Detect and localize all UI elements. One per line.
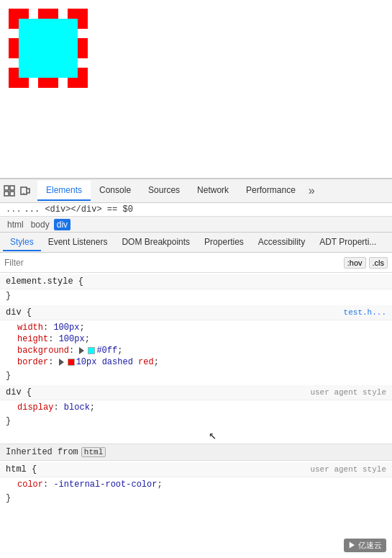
background-color-swatch[interactable] xyxy=(88,347,95,354)
filter-input[interactable] xyxy=(4,258,344,268)
inherited-from-label: Inherited from xyxy=(6,447,78,457)
breadcrumb: html body div xyxy=(0,217,392,233)
prop-color: color : -internal-root-color ; xyxy=(17,479,386,490)
svg-rect-2 xyxy=(4,192,9,196)
div-rule-1: div { test.h... width : 100px ; height :… xyxy=(0,304,392,384)
div-rule-2: div { user agent style display : block ;… xyxy=(0,384,392,429)
devtools-panel: Elements Console Sources Network Perform… xyxy=(0,179,392,558)
styles-subtabs: Styles Event Listeners DOM Breakpoints P… xyxy=(0,233,392,253)
tab-elements[interactable]: Elements xyxy=(37,181,91,201)
dom-node: ... <div></div> == $0 xyxy=(24,204,133,215)
inherited-from-tag: html xyxy=(81,447,106,457)
subtab-accessibility[interactable]: Accessibility xyxy=(251,234,312,251)
tab-performance[interactable]: Performance xyxy=(237,181,304,201)
html-rule: html { user agent style color : -interna… xyxy=(0,461,392,506)
device-toolbar-icon[interactable] xyxy=(19,184,32,197)
div-rule-1-block: width : 100px ; height : 100px ; backgro… xyxy=(0,320,392,369)
expand-background-icon[interactable] xyxy=(79,347,84,354)
element-style-rule: element.style { } xyxy=(0,273,392,304)
css-panel: element.style { } div { test.h... width … xyxy=(0,273,392,558)
prop-width: width : 100px ; xyxy=(17,322,386,333)
devtools-toolbar: Elements Console Sources Network Perform… xyxy=(0,179,392,203)
svg-rect-1 xyxy=(10,186,14,190)
toolbar-icons xyxy=(3,184,32,197)
div-source-2: user agent style xyxy=(310,388,386,397)
tab-console[interactable]: Console xyxy=(91,181,140,201)
filter-buttons: :hov .cls xyxy=(344,257,388,269)
html-rule-close: } xyxy=(0,492,392,505)
div-rule-1-close: } xyxy=(0,369,392,382)
prop-background: background : #0ff ; xyxy=(17,345,386,356)
hov-button[interactable]: :hov xyxy=(344,257,366,269)
element-style-header: element.style { xyxy=(0,274,392,289)
demo-box xyxy=(9,9,88,88)
devtools-tabs: Elements Console Sources Network Perform… xyxy=(37,181,389,201)
div-rule-2-close: } xyxy=(0,415,392,428)
html-rule-header: html { user agent style xyxy=(0,462,392,477)
mouse-cursor-icon: ↖ xyxy=(209,429,216,442)
tab-sources[interactable]: Sources xyxy=(140,181,188,201)
subtab-styles[interactable]: Styles xyxy=(3,234,41,251)
div-selector-1: div { xyxy=(6,307,32,318)
tab-network[interactable]: Network xyxy=(188,181,237,201)
div-selector-2: div { xyxy=(6,387,32,397)
html-selector: html { xyxy=(6,464,37,474)
breadcrumb-div[interactable]: div xyxy=(54,219,70,230)
cls-button[interactable]: .cls xyxy=(369,257,388,269)
preview-area xyxy=(0,0,392,179)
svg-rect-0 xyxy=(4,186,9,190)
expand-border-icon[interactable] xyxy=(59,359,64,366)
dom-breadcrumb-line: ... ... <div></div> == $0 xyxy=(0,203,392,217)
subtab-properties[interactable]: Properties xyxy=(197,234,251,251)
div-rule-2-block: display : block ; xyxy=(0,400,392,415)
demo-box-inner xyxy=(19,19,78,78)
breadcrumb-body[interactable]: body xyxy=(28,219,53,230)
filter-bar: :hov .cls xyxy=(0,253,392,273)
subtab-event-listeners[interactable]: Event Listeners xyxy=(41,234,115,251)
prop-border: border : 10px dashed red ; xyxy=(17,356,386,368)
cursor-area: ↖ xyxy=(0,429,392,444)
div-rule-1-header: div { test.h... xyxy=(0,305,392,320)
html-source: user agent style xyxy=(310,465,386,474)
dom-ellipsis: ... xyxy=(6,204,22,215)
prop-display: display : block ; xyxy=(17,402,386,413)
subtab-adt[interactable]: ADT Properti... xyxy=(312,234,383,251)
border-color-swatch[interactable] xyxy=(68,359,75,366)
watermark: ▶ 亿速云 xyxy=(344,539,386,552)
inherited-from-bar: Inherited from html xyxy=(0,444,392,461)
element-style-close: } xyxy=(0,289,392,302)
inspect-icon[interactable] xyxy=(3,184,16,197)
more-tabs-button[interactable]: » xyxy=(304,184,319,197)
prop-height: height : 100px ; xyxy=(17,333,386,345)
breadcrumb-html[interactable]: html xyxy=(4,219,27,230)
svg-point-4 xyxy=(23,193,24,194)
element-style-selector: element.style { xyxy=(6,276,83,287)
subtab-dom-breakpoints[interactable]: DOM Breakpoints xyxy=(114,234,197,251)
div-source-1[interactable]: test.h... xyxy=(344,308,386,317)
div-rule-2-header: div { user agent style xyxy=(0,385,392,400)
html-rule-block: color : -internal-root-color ; xyxy=(0,477,392,492)
svg-rect-3 xyxy=(10,192,14,196)
